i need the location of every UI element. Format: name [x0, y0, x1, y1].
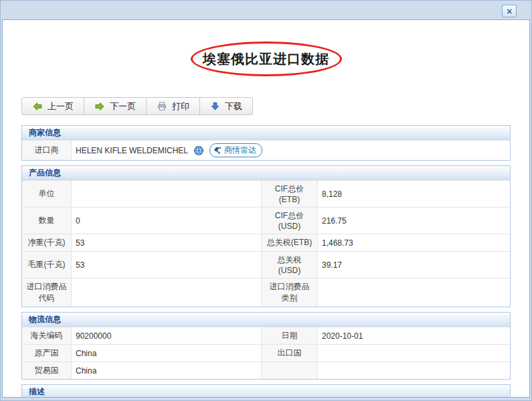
table-row: 海关编码 90200000 日期 2020-10-01 — [22, 327, 510, 344]
table-row: 进口商 HELEN KIFLE WELDEMICHEL — [22, 140, 510, 160]
field-value: 2020-10-01 — [318, 327, 510, 344]
field-label: 净重(千克) — [22, 234, 72, 251]
section-header: 物流信息 — [22, 313, 510, 327]
business-radar-link[interactable]: 商情雷达 — [209, 143, 262, 157]
table-row: 原产国 China 出口国 — [22, 344, 510, 362]
close-icon: × — [507, 6, 512, 17]
field-label: CIF总价 (USD) — [262, 208, 318, 234]
field-label: 数量 — [22, 208, 72, 234]
field-label: 进口消费品 类别 — [262, 278, 318, 307]
sections: 商家信息 进口商 HELEN KIFLE WELDEMICHEL — [21, 125, 511, 398]
field-label: CIF总价 (ETB) — [262, 181, 318, 207]
printer-icon — [157, 101, 167, 112]
table-row: 贸易国 China — [22, 362, 510, 379]
field-label: 出口国 — [262, 345, 318, 362]
section-header: 描述 — [22, 385, 510, 398]
field-label: 单位 — [22, 181, 72, 207]
download-label: 下载 — [225, 100, 242, 112]
field-value — [318, 362, 510, 379]
table-row: 数量 0 CIF总价 (USD) 216.75 — [22, 207, 510, 234]
field-value: 0 — [72, 208, 262, 234]
table-row: 毛重(千克) 53 总关税 (USD) 39.17 — [22, 251, 510, 278]
green-arrow-left-icon — [32, 101, 43, 112]
section-merchant-info: 商家信息 进口商 HELEN KIFLE WELDEMICHEL — [21, 125, 511, 161]
field-value: China — [72, 345, 262, 362]
section-logistics-info: 物流信息 海关编码 90200000 日期 2020-10-01 原产国 Chi… — [21, 312, 511, 380]
blue-arrow-down-icon — [210, 101, 220, 111]
table-row: 净重(千克) 53 总关税(ETB) 1,468.73 — [22, 234, 510, 251]
field-label: 原产国 — [22, 345, 72, 362]
field-value — [72, 278, 262, 307]
download-button[interactable]: 下载 — [200, 98, 252, 114]
titlebar: × — [2, 2, 530, 19]
field-label: 海关编码 — [22, 327, 72, 344]
section-header: 产品信息 — [22, 166, 510, 180]
field-value — [72, 181, 262, 207]
field-value: 8,128 — [318, 181, 510, 207]
print-label: 打印 — [172, 100, 189, 112]
green-arrow-right-icon — [94, 101, 105, 112]
satellite-dish-icon — [213, 146, 222, 155]
field-value: 216.75 — [318, 208, 510, 234]
print-button[interactable]: 打印 — [147, 98, 200, 114]
business-radar-label: 商情雷达 — [224, 145, 256, 156]
field-value: China — [72, 362, 262, 379]
prev-page-label: 上一页 — [48, 100, 74, 112]
table-row: 进口消费品 代码 进口消费品 类别 — [22, 278, 510, 307]
toolbar: 上一页 下一页 打印 下载 — [21, 97, 253, 115]
field-value: 53 — [72, 252, 262, 278]
field-value — [318, 278, 510, 307]
field-label: 总关税(ETB) — [262, 234, 318, 251]
field-value: 90200000 — [72, 327, 262, 344]
next-page-button[interactable]: 下一页 — [84, 98, 147, 114]
field-label: 进口商 — [22, 141, 72, 160]
field-label: 毛重(千克) — [22, 252, 72, 278]
field-value: 39.17 — [318, 252, 510, 278]
section-product-info: 产品信息 单位 CIF总价 (ETB) 8,128 数量 0 CIF总价 (US… — [21, 165, 511, 307]
field-value — [318, 345, 510, 362]
table-row: 单位 CIF总价 (ETB) 8,128 — [22, 180, 510, 207]
field-value: HELEN KIFLE WELDEMICHEL — [72, 141, 510, 160]
field-label: 总关税 (USD) — [262, 252, 318, 278]
field-label — [262, 362, 318, 379]
dialog-content: 埃塞俄比亚进口数据 上一页 下一页 打印 下载 — [2, 19, 530, 398]
section-header: 商家信息 — [22, 126, 510, 140]
page-title-wrap: 埃塞俄比亚进口数据 — [3, 39, 529, 78]
page-title: 埃塞俄比亚进口数据 — [203, 50, 329, 68]
globe-icon[interactable] — [193, 145, 204, 156]
prev-page-button[interactable]: 上一页 — [22, 98, 84, 114]
section-description: 描述 编码描述 Other breathing appliances and g… — [21, 384, 511, 398]
dialog-window: × 埃塞俄比亚进口数据 上一页 下一页 打印 — [0, 0, 532, 401]
close-button[interactable]: × — [502, 5, 517, 17]
next-page-label: 下一页 — [110, 100, 136, 112]
importer-name: HELEN KIFLE WELDEMICHEL — [76, 146, 188, 155]
field-value: 1,468.73 — [318, 234, 510, 251]
field-value: 53 — [72, 234, 262, 251]
field-label: 日期 — [262, 327, 318, 344]
field-label: 贸易国 — [22, 362, 72, 379]
field-label: 进口消费品 代码 — [22, 278, 72, 307]
